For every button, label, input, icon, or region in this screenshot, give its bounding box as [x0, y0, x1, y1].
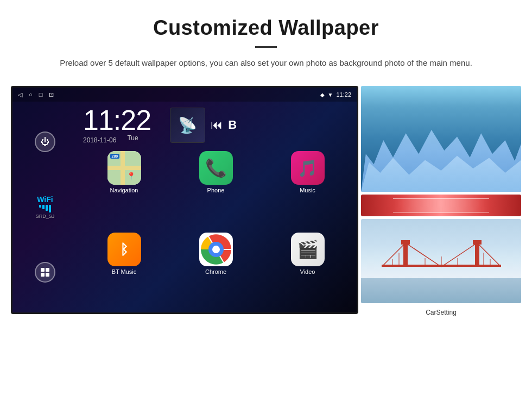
- wifi-signal-icon: ▼: [328, 92, 333, 98]
- broadcast-icon: 📡: [178, 116, 197, 134]
- bluetooth-icon: ᛒ: [120, 241, 129, 258]
- location-icon: ◆: [320, 92, 325, 98]
- wallpaper-previews: CarSetting: [361, 86, 521, 317]
- apps-button[interactable]: [35, 262, 55, 283]
- app-grid: 280 📍 Navigation 📞 Phone: [78, 148, 357, 312]
- status-bar-right: ◆ ▼ 11:22: [320, 91, 351, 98]
- phone-shape: 📞: [205, 158, 227, 178]
- page-description: Preload over 5 default wallpaper options…: [60, 57, 472, 70]
- wifi-label: WiFi: [36, 195, 55, 204]
- navigation-icon: 280 📍: [107, 151, 141, 185]
- device-screen: ◁ ○ □ ⊡ ◆ ▼ 11:22 ⏻ Wi: [11, 86, 358, 314]
- music-label: Music: [300, 187, 315, 193]
- grid-icon: [41, 268, 49, 277]
- wallpaper-ice[interactable]: [361, 86, 521, 192]
- clock-time: 11:22: [83, 106, 151, 134]
- nav-pin-icon: 📍: [126, 172, 136, 180]
- svg-line-19: [406, 243, 441, 267]
- carsetting-label-area: CarSetting: [361, 307, 521, 317]
- btmusic-label: BT Music: [112, 268, 137, 275]
- left-sidebar: ⏻ WiFi SRD_SJ: [12, 102, 78, 312]
- svg-rect-17: [473, 240, 482, 245]
- video-label: Video: [300, 268, 315, 275]
- wifi-bars: [36, 205, 55, 212]
- svg-line-20: [441, 243, 477, 267]
- app-item-phone[interactable]: 📞 Phone: [172, 151, 259, 228]
- media-letter: B: [228, 118, 237, 132]
- title-divider: [255, 46, 277, 48]
- btmusic-icon: ᛒ: [107, 233, 141, 266]
- wifi-bar-3: [46, 205, 48, 211]
- wifi-bar-2: [42, 205, 45, 209]
- carsetting-label: CarSetting: [426, 309, 457, 316]
- clock-block: 11:22 2018-11-06 Tue: [83, 106, 151, 144]
- media-box: 📡: [170, 108, 205, 143]
- app-item-video[interactable]: 🎬 Video: [264, 233, 351, 310]
- clock-day: Tue: [127, 134, 138, 144]
- navigation-label: Navigation: [110, 187, 138, 193]
- nav-buttons: ◁ ○ □ ⊡: [18, 91, 54, 98]
- red-design-detail: [393, 198, 489, 213]
- svg-line-18: [382, 243, 406, 267]
- clock-date: 2018-11-06: [83, 136, 116, 144]
- chrome-icon: [199, 233, 233, 266]
- back-button-icon[interactable]: ◁: [18, 91, 22, 98]
- media-skip-icon[interactable]: ⏮: [211, 118, 223, 132]
- screenshot-icon[interactable]: ⊡: [49, 91, 54, 98]
- svg-line-21: [477, 243, 501, 267]
- main-content: ◁ ○ □ ⊡ ◆ ▼ 11:22 ⏻ Wi: [0, 80, 532, 328]
- chrome-svg: [199, 233, 233, 266]
- main-area: 11:22 2018-11-06 Tue 📡 ⏮ B: [78, 102, 357, 312]
- svg-rect-14: [403, 243, 408, 267]
- music-icon: 🎵: [291, 151, 325, 185]
- home-button-icon[interactable]: ○: [29, 91, 33, 98]
- video-clapper-icon: 🎬: [297, 239, 319, 260]
- svg-rect-16: [401, 240, 410, 245]
- page-title: Customized Wallpaper: [33, 16, 499, 40]
- svg-point-12: [212, 246, 220, 253]
- wifi-ssid: SRD_SJ: [36, 214, 55, 219]
- wallpaper-bridge[interactable]: [361, 219, 521, 303]
- app-item-chrome[interactable]: Chrome: [172, 233, 259, 310]
- recents-button-icon[interactable]: □: [39, 91, 43, 98]
- chrome-label: Chrome: [205, 268, 226, 275]
- app-item-music[interactable]: 🎵 Music: [264, 151, 351, 228]
- svg-rect-15: [475, 243, 479, 267]
- clock-area: 11:22 2018-11-06 Tue 📡 ⏮ B: [78, 102, 357, 148]
- header-section: Customized Wallpaper Preload over 5 defa…: [0, 0, 532, 80]
- wallpaper-red[interactable]: [361, 195, 521, 216]
- wifi-bar-4: [49, 205, 51, 212]
- app-item-navigation[interactable]: 280 📍 Navigation: [80, 151, 168, 228]
- phone-label: Phone: [207, 187, 225, 193]
- video-icon: 🎬: [291, 233, 325, 266]
- power-button[interactable]: ⏻: [35, 132, 55, 152]
- nav-badge: 280: [110, 154, 120, 159]
- app-item-btmusic[interactable]: ᛒ BT Music: [80, 233, 168, 310]
- wifi-info: WiFi SRD_SJ: [36, 195, 55, 219]
- wifi-bar-1: [39, 205, 41, 208]
- phone-icon: 📞: [199, 151, 233, 185]
- nav-map-bg: 280 📍: [107, 151, 141, 185]
- music-note-icon: 🎵: [297, 159, 318, 178]
- bridge-svg: [382, 232, 501, 286]
- page-wrapper: Customized Wallpaper Preload over 5 defa…: [0, 0, 532, 328]
- status-time: 11:22: [336, 91, 351, 98]
- status-bar: ◁ ○ □ ⊡ ◆ ▼ 11:22: [12, 87, 357, 102]
- media-icons: 📡 ⏮ B: [170, 108, 237, 143]
- nav-road-h: [107, 166, 141, 170]
